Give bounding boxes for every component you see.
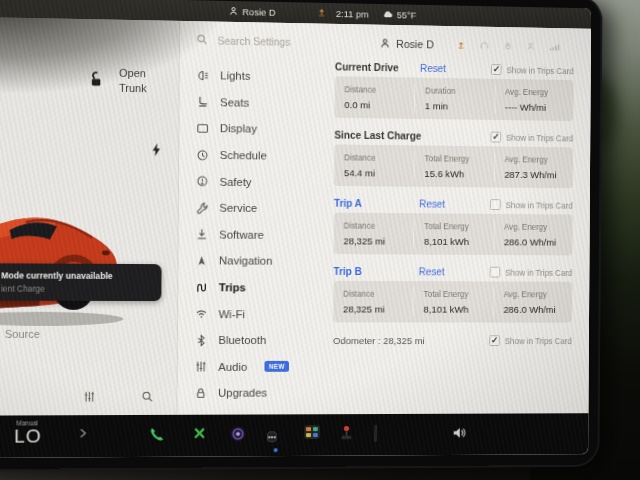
active-profile-name: Rosie D [396, 38, 434, 50]
show-in-trips-checkbox[interactable]: ✓ [491, 64, 502, 75]
valet-user-icon[interactable] [527, 37, 536, 55]
arcade-app-icon[interactable] [339, 425, 354, 445]
sidebar-item-label: Seats [220, 96, 249, 108]
stat-label: Avg. Energy [505, 87, 564, 98]
trip-a-section: Trip A Reset Show in Trips Card Distance… [334, 194, 573, 256]
trip-a-link[interactable]: Trip A [334, 198, 419, 210]
quick-status-icons [457, 36, 560, 55]
navigation-arrow-icon [195, 254, 208, 267]
trip-b-link[interactable]: Trip B [333, 266, 418, 277]
outside-temperature: 55°F [397, 9, 417, 20]
vehicle-status-panel: Open Trunk [0, 17, 179, 415]
sidebar-item-wifi[interactable]: Wi-Fi [178, 300, 326, 327]
sidebar-item-safety[interactable]: Safety [179, 168, 327, 196]
app-launcher-bar: Manual LO ••• [0, 413, 588, 458]
settings-sidebar: Lights Seats Display Schedule Safety Ser… [177, 21, 327, 415]
sidebar-item-label: Navigation [219, 255, 272, 267]
open-trunk-line2: Trunk [119, 81, 147, 97]
climate-temp-control[interactable]: Manual LO [14, 419, 42, 445]
driver-profile-status[interactable]: Rosie D [229, 5, 276, 18]
sidebar-item-label: Display [220, 123, 257, 135]
sidebar-item-software[interactable]: Software [179, 221, 327, 248]
cellular-signal-icon [549, 38, 560, 56]
section-title: Current Drive [335, 61, 420, 73]
reset-button[interactable]: Reset [419, 266, 445, 277]
sidebar-item-lights[interactable]: Lights [180, 62, 327, 91]
open-trunk-button[interactable]: Open Trunk [119, 66, 147, 97]
show-in-trips-checkbox[interactable] [490, 267, 501, 278]
green-x-app-icon[interactable] [192, 426, 207, 445]
active-profile[interactable]: Rosie D [380, 37, 434, 51]
sidebar-item-trips[interactable]: Trips [178, 274, 326, 301]
stat-label: Total Energy [424, 289, 484, 299]
settings-search[interactable] [180, 26, 327, 56]
vehicle-render [0, 169, 144, 329]
stat-value: 28,325 mi [343, 235, 403, 246]
sidebar-item-seats[interactable]: Seats [179, 88, 326, 117]
sidebar-item-audio[interactable]: AudioNEW [178, 353, 326, 380]
tooltip-title: Mode currently unavailable [1, 270, 153, 281]
new-badge: NEW [265, 361, 289, 372]
phone-app-icon[interactable] [148, 426, 165, 447]
show-in-trips-checkbox[interactable] [490, 199, 501, 210]
show-in-trips-checkbox[interactable]: ✓ [491, 132, 502, 143]
charge-port-bolt-icon[interactable] [150, 142, 161, 161]
stats-card: Distance0.0 mi Duration1 min Avg. Energy… [335, 76, 574, 121]
toybox-app-icon[interactable] [304, 425, 320, 439]
sidebar-item-display[interactable]: Display [179, 115, 326, 143]
volume-icon[interactable] [451, 425, 466, 444]
sidebar-item-label: Bluetooth [218, 334, 266, 346]
route-icon [195, 281, 208, 294]
media-equalizer-icon[interactable] [83, 389, 96, 407]
stats-card: Distance54.4 mi Total Energy15.6 kWh Avg… [334, 144, 573, 188]
sidebar-item-label: Audio [218, 361, 247, 373]
climate-temp-value: LO [14, 426, 42, 445]
media-source-label[interactable]: Source [5, 328, 40, 340]
homelink-icon[interactable] [480, 36, 490, 54]
stat-label: Distance [344, 152, 404, 163]
stat-value: 287.3 Wh/mi [504, 169, 563, 180]
sidebar-item-label: Safety [219, 176, 251, 188]
sidebar-item-service[interactable]: Service [179, 194, 327, 222]
reset-button[interactable]: Reset [419, 199, 445, 210]
sidebar-item-navigation[interactable]: Navigation [178, 247, 326, 274]
headlight-icon [197, 69, 210, 82]
profile-icon [380, 37, 391, 50]
trips-content: Rosie D Current Drive [325, 24, 591, 415]
stat-value: 1 min [425, 100, 485, 112]
reset-button[interactable]: Reset [420, 63, 446, 74]
profile-row: Rosie D [335, 34, 574, 56]
settings-menu: Lights Seats Display Schedule Safety Ser… [177, 62, 327, 407]
stat-label: Total Energy [425, 153, 485, 163]
stat-value: ---- Wh/mi [505, 101, 564, 113]
alert-circle-icon [196, 175, 209, 188]
search-input[interactable] [216, 34, 326, 50]
lock-icon[interactable] [504, 37, 513, 55]
profile-icon [229, 5, 239, 17]
display-icon [196, 122, 209, 135]
sidebar-item-upgrades[interactable]: Upgrades [177, 380, 325, 407]
theater-app-icon[interactable] [374, 425, 377, 443]
software-update-icon[interactable] [317, 7, 327, 20]
unlocked-padlock-icon[interactable] [88, 71, 105, 92]
settings-panel: Lights Seats Display Schedule Safety Ser… [176, 21, 591, 415]
software-update-icon[interactable] [457, 36, 466, 54]
media-search-icon[interactable] [141, 389, 154, 407]
sidebar-item-label: Upgrades [218, 387, 267, 399]
open-trunk-line1: Open [119, 66, 147, 82]
since-last-charge-section: Since Last Charge ✓Show in Trips Card Di… [334, 126, 573, 189]
sidebar-item-label: Wi-Fi [219, 308, 245, 320]
chevron-right-icon[interactable] [77, 426, 89, 444]
sidebar-item-schedule[interactable]: Schedule [179, 141, 326, 169]
sidebar-item-bluetooth[interactable]: Bluetooth [178, 327, 326, 354]
show-in-trips-checkbox[interactable]: ✓ [489, 335, 500, 346]
lock-icon [194, 387, 207, 400]
wrench-icon [196, 201, 209, 214]
show-in-trips-label: Show in Trips Card [507, 65, 574, 76]
seat-icon [196, 95, 209, 108]
odometer-row: Odometer : 28,325 mi ✓Show in Trips Card [333, 335, 572, 346]
clock-icon [196, 148, 209, 161]
camera-app-icon[interactable] [230, 425, 247, 446]
sidebar-item-label: Service [219, 202, 257, 214]
messages-app-icon[interactable]: ••• [267, 425, 277, 443]
